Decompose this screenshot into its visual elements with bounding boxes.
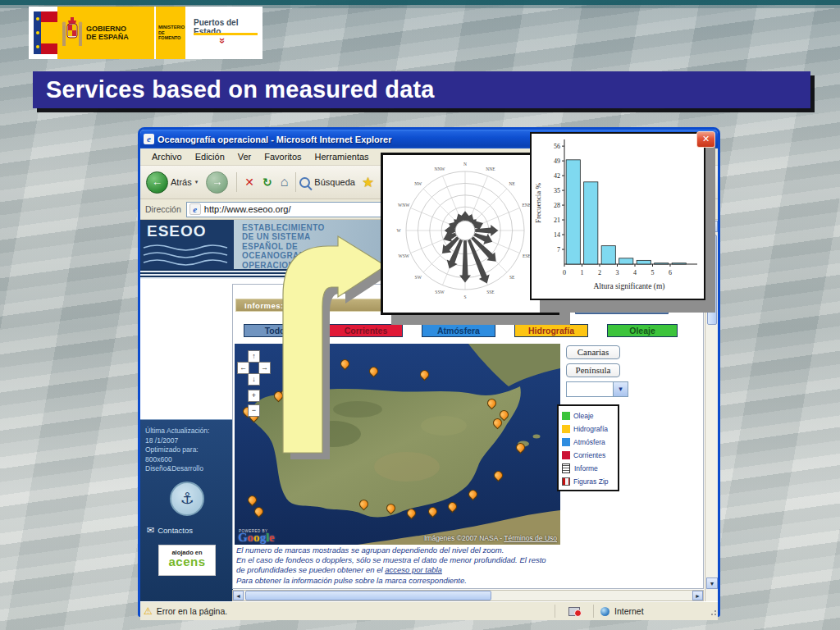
svg-text:6: 6	[669, 269, 672, 276]
svg-text:NNE: NNE	[486, 167, 495, 171]
eseoo-waves-icon	[140, 241, 234, 269]
ministerio-panel: MINISTERIODE FOMENTO	[154, 7, 185, 59]
map-image	[235, 344, 560, 545]
search-label[interactable]: Búsqueda	[314, 177, 355, 187]
favorites-icon[interactable]: ★	[362, 174, 374, 191]
status-icon	[568, 607, 580, 616]
canarias-button[interactable]: Canarias	[566, 345, 620, 359]
panel-tab[interactable]	[575, 300, 669, 314]
address-url[interactable]: http://www.eseoo.org/	[204, 204, 291, 214]
svg-text:NNW: NNW	[434, 167, 445, 171]
sidebar-info-line: Optimizado para:	[145, 445, 229, 455]
svg-text:7: 7	[557, 246, 560, 253]
svg-text:NE: NE	[509, 181, 516, 186]
svg-text:5: 5	[651, 269, 654, 276]
eseoo-logo-block: ESEOO	[140, 220, 234, 269]
eu-flag	[34, 11, 41, 54]
scroll-right-button[interactable]: ►	[692, 591, 703, 600]
left-sidebar: Última Actualización:18 /1/2007Optimizad…	[140, 419, 233, 601]
gobierno-line2: DE ESPAÑA	[86, 33, 129, 41]
scroll-up-button[interactable]: ▲	[706, 221, 718, 232]
back-label[interactable]: Atrás	[171, 177, 192, 187]
scroll-down-button[interactable]: ▼	[706, 578, 718, 589]
svg-text:SE: SE	[509, 275, 515, 280]
svg-text:SW: SW	[415, 275, 422, 280]
eseoo-logo-text: ESEOO	[147, 222, 207, 240]
toolbar-separator	[236, 172, 237, 192]
gobierno-panel: GOBIERNODE ESPAÑA	[57, 7, 154, 59]
svg-text:28: 28	[554, 202, 560, 209]
tab-todos[interactable]: Todos	[244, 324, 311, 337]
chevron-down-icon[interactable]: ▾	[613, 382, 628, 396]
refresh-button[interactable]: ↻	[262, 176, 272, 189]
stop-button[interactable]: ✕	[244, 176, 254, 189]
sidebar-item-contactos[interactable]: ✉Contactos	[147, 525, 193, 536]
svg-text:NW: NW	[414, 181, 422, 186]
acceso-por-tabla-link[interactable]: acceso por tabla	[385, 565, 442, 574]
zoom-out-button[interactable]: −	[248, 404, 260, 417]
svg-text:14: 14	[554, 231, 560, 239]
forward-button[interactable]: →	[206, 171, 228, 194]
terms-link[interactable]: Términos de Uso	[504, 534, 557, 542]
menu-item-archivo[interactable]: Archivo	[145, 150, 189, 163]
peninsula-button[interactable]: Península	[566, 363, 620, 377]
status-error-text: Error en la página.	[157, 606, 227, 616]
globe-icon	[600, 607, 609, 616]
svg-text:4: 4	[633, 269, 637, 276]
ministerio-line1: MINISTERIO	[158, 25, 185, 30]
scroll-left-button[interactable]: ◄	[233, 591, 244, 600]
svg-text:49: 49	[554, 158, 560, 165]
wave-height-histogram: 7142128354249560123456Altura significant…	[530, 132, 705, 300]
horizontal-scrollbar[interactable]: ◄ ►	[232, 590, 704, 601]
tab-corrientes[interactable]: Corrientes	[329, 324, 403, 337]
menu-item-ver[interactable]: Ver	[231, 150, 258, 163]
sm-emblem-icon: ⚓	[170, 482, 204, 516]
scroll-slider[interactable]	[707, 235, 717, 325]
window-title: Oceanografía operacional - Microsoft Int…	[158, 135, 391, 144]
zoom-in-button[interactable]: +	[248, 390, 260, 402]
puertos-panel: Puertos del Estado »	[185, 7, 262, 59]
home-button[interactable]: ⌂	[281, 175, 289, 189]
back-button[interactable]: ←	[146, 171, 168, 194]
menu-item-herramientas[interactable]: Herramientas	[308, 150, 376, 163]
svg-text:0: 0	[563, 269, 566, 276]
pan-right-button[interactable]: →	[258, 362, 271, 374]
sidebar-info: Última Actualización:18 /1/2007Optimizad…	[140, 420, 233, 474]
address-label: Dirección	[145, 204, 181, 214]
back-caret-icon[interactable]: ▾	[195, 179, 199, 185]
toolbar-chevron-icon[interactable]: »	[708, 202, 714, 213]
vertical-scrollbar[interactable]: ▲ ▼	[705, 220, 718, 601]
svg-text:35: 35	[554, 187, 560, 194]
status-zone-text: Internet	[614, 606, 644, 616]
svg-text:2: 2	[598, 269, 601, 276]
pan-left-button[interactable]: ←	[237, 362, 249, 374]
tab-atmosfera[interactable]: Atmósfera	[422, 324, 495, 337]
map-attribution: Imágenes ©2007 NASA - Términos de Uso	[424, 534, 557, 542]
menu-item-favoritos[interactable]: Favoritos	[258, 150, 308, 163]
pan-down-button[interactable]: ↓	[248, 373, 260, 386]
close-button[interactable]: ✕	[696, 131, 715, 148]
ie-icon: e	[144, 134, 154, 144]
svg-text:42: 42	[554, 172, 560, 180]
legend-item-hidrografia: Hidrografía	[562, 422, 618, 436]
tab-hidrografia[interactable]: Hidrografía	[514, 324, 588, 337]
scroll-slider[interactable]	[245, 591, 491, 600]
mail-icon: ✉	[147, 525, 154, 535]
tab-oleaje[interactable]: Oleaje	[607, 324, 678, 337]
resize-grip[interactable]	[707, 605, 718, 618]
warning-icon: ⚠	[144, 605, 153, 617]
svg-text:W: W	[396, 228, 401, 233]
acens-badge[interactable]: alojado en acens	[158, 545, 216, 576]
svg-text:Frecuencia %: Frecuencia %	[534, 182, 542, 223]
menu-item-edicion[interactable]: Edición	[189, 150, 231, 163]
satellite-map[interactable]: ↑←→↓+− POWERED BY Google Imágenes ©2007 …	[235, 344, 560, 545]
station-dropdown[interactable]: ▾	[566, 381, 628, 397]
footer-line: Para obtener la información pulse sobre …	[236, 576, 546, 586]
sidebar-info-line: Última Actualización:	[145, 427, 229, 436]
footer-notes: El numero de marcas mostradas se agrupan…	[236, 546, 546, 586]
pan-up-button[interactable]: ↑	[248, 350, 260, 363]
page-icon: e	[189, 203, 201, 215]
search-icon[interactable]	[299, 177, 310, 188]
legend-swatch	[562, 438, 570, 446]
svg-text:WNW: WNW	[398, 203, 410, 208]
